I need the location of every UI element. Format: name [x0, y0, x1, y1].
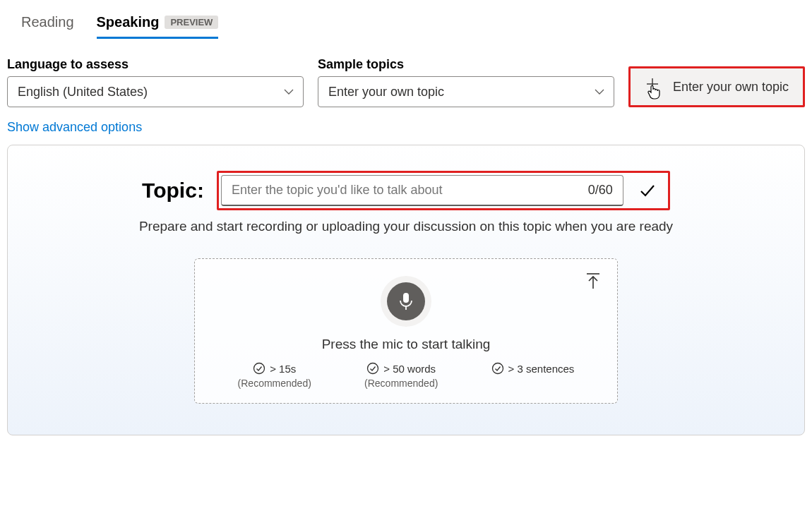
metric-sub: (Recommended) [364, 378, 438, 389]
confirm-topic-button[interactable] [629, 175, 666, 206]
tab-label: Reading [21, 14, 74, 30]
preview-badge: PREVIEW [165, 16, 218, 29]
sample-topics-group: Sample topics Enter your own topic [318, 57, 614, 107]
metric-value: > 3 sentences [508, 363, 575, 375]
svg-point-8 [492, 363, 503, 374]
metric-sentences: > 3 sentences [491, 362, 575, 389]
tab-label: Speaking [97, 14, 160, 30]
sample-topics-select[interactable]: Enter your own topic [318, 76, 614, 107]
show-advanced-options-link[interactable]: Show advanced options [7, 120, 142, 135]
check-circle-icon [491, 362, 504, 375]
enter-own-topic-button[interactable]: Enter your own topic [628, 66, 805, 107]
svg-rect-4 [403, 293, 409, 303]
check-circle-icon [366, 362, 379, 375]
checkmark-icon [638, 181, 657, 200]
language-value: English (United States) [18, 85, 148, 100]
tab-reading[interactable]: Reading [21, 7, 74, 37]
mic-button[interactable] [381, 276, 431, 327]
svg-point-6 [254, 363, 265, 374]
language-label: Language to assess [7, 57, 304, 72]
topic-placeholder: Enter the topic you'd like to talk about [232, 183, 443, 198]
tab-bar: Reading Speaking PREVIEW [7, 7, 805, 37]
main-panel: Topic: Enter the topic you'd like to tal… [7, 145, 805, 435]
svg-point-7 [368, 363, 378, 374]
recording-card: Press the mic to start talking > 15s (Re… [194, 258, 618, 404]
topic-input[interactable]: Enter the topic you'd like to talk about… [221, 175, 623, 206]
controls-row: Language to assess English (United State… [7, 57, 805, 107]
mic-prompt: Press the mic to start talking [215, 337, 597, 352]
sample-topics-label: Sample topics [318, 57, 614, 72]
tab-speaking[interactable]: Speaking PREVIEW [97, 7, 219, 37]
language-select[interactable]: English (United States) [7, 76, 304, 107]
cursor-hand-icon [646, 83, 662, 100]
chevron-down-icon [283, 86, 294, 97]
upload-icon [585, 272, 602, 290]
topic-row: Topic: Enter the topic you'd like to tal… [29, 171, 783, 210]
chevron-down-icon [594, 86, 605, 97]
mic-button-wrap [215, 276, 597, 327]
microphone-icon [398, 291, 414, 311]
check-circle-icon [253, 362, 265, 375]
sample-topics-value: Enter your own topic [328, 85, 444, 100]
metric-words: > 50 words (Recommended) [364, 362, 438, 389]
metric-duration: > 15s (Recommended) [238, 362, 311, 389]
upload-button[interactable] [585, 272, 602, 290]
metric-sub: (Recommended) [238, 378, 311, 389]
own-topic-text: Enter your own topic [670, 80, 792, 95]
instruction-text: Prepare and start recording or uploading… [29, 219, 783, 234]
topic-counter: 0/60 [588, 183, 613, 198]
metric-value: > 15s [270, 363, 296, 375]
language-group: Language to assess English (United State… [7, 57, 304, 107]
plus-icon [642, 76, 663, 97]
metric-value: > 50 words [383, 363, 436, 375]
mic-inner [387, 282, 425, 320]
metrics-row: > 15s (Recommended) > 50 words (Recommen… [215, 362, 597, 389]
topic-input-highlight: Enter the topic you'd like to talk about… [217, 171, 670, 210]
topic-label: Topic: [142, 179, 204, 203]
